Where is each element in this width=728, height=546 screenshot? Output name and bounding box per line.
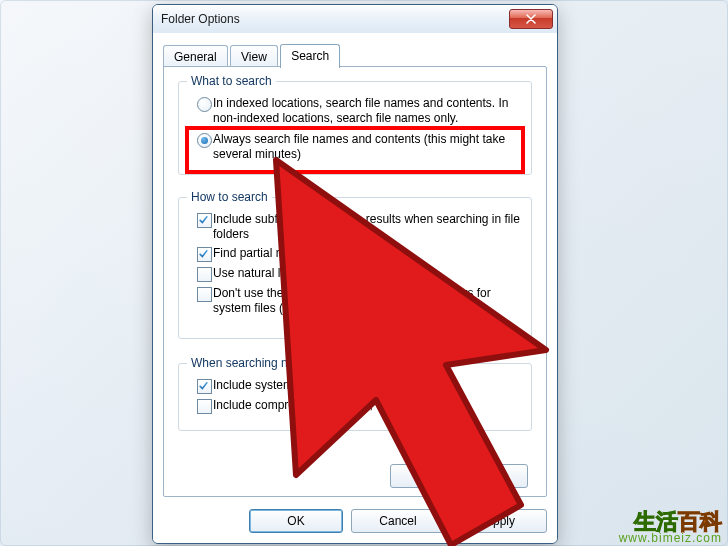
tab-general[interactable]: General	[163, 45, 228, 68]
checkbox-label: Include system directories	[213, 378, 521, 393]
tabpanel-search: What to search In indexed locations, sea…	[163, 66, 547, 497]
checkbox-label: Don't use the index when searching in fi…	[213, 286, 521, 316]
dialog-button-row: OK Cancel Apply	[249, 509, 547, 533]
radio-icon	[197, 97, 212, 112]
button-label: Restore Defaults	[414, 469, 503, 483]
watermark: 生活百科 www.bimeiz.com	[619, 514, 722, 546]
radio-icon	[197, 133, 212, 148]
checkbox-label: Use natural language search	[213, 266, 521, 281]
close-icon	[526, 14, 536, 24]
cancel-button[interactable]: Cancel	[351, 509, 445, 533]
group-legend: What to search	[187, 74, 276, 88]
restore-defaults-button[interactable]: Restore Defaults	[390, 464, 528, 488]
chk-include-system-dirs[interactable]: Include system directories	[197, 378, 521, 397]
checkbox-icon	[197, 399, 212, 414]
checkbox-icon	[197, 213, 212, 228]
close-button[interactable]	[509, 9, 553, 29]
checkbox-label: Include compressed files (ZIP, CAB...)	[213, 398, 521, 413]
folder-options-dialog: Folder Options General View Search What …	[152, 4, 558, 544]
button-label: OK	[287, 514, 304, 528]
chk-include-subfolders[interactable]: Include subfolders in search results whe…	[197, 212, 521, 242]
group-legend: How to search	[187, 190, 272, 204]
client-area: General View Search What to search In in…	[153, 33, 557, 543]
button-label: Apply	[485, 514, 515, 528]
tab-search[interactable]: Search	[280, 44, 340, 68]
chk-dont-use-index[interactable]: Don't use the index when searching in fi…	[197, 286, 521, 316]
checkbox-icon	[197, 267, 212, 282]
chk-natural-language[interactable]: Use natural language search	[197, 266, 521, 285]
button-label: Cancel	[379, 514, 416, 528]
window-title: Folder Options	[161, 12, 509, 26]
tab-view[interactable]: View	[230, 45, 278, 68]
radio-always-search-contents[interactable]: Always search file names and contents (t…	[197, 132, 521, 162]
titlebar[interactable]: Folder Options	[153, 5, 557, 34]
chk-include-compressed[interactable]: Include compressed files (ZIP, CAB...)	[197, 398, 521, 417]
checkbox-label: Include subfolders in search results whe…	[213, 212, 521, 242]
chk-partial-matches[interactable]: Find partial matches	[197, 246, 521, 265]
group-legend: When searching non-indexed locations	[187, 356, 402, 370]
tabstrip: General View Search	[163, 43, 547, 67]
checkbox-icon	[197, 379, 212, 394]
watermark-url: www.bimeiz.com	[619, 530, 722, 546]
radio-label: Always search file names and contents (t…	[213, 132, 521, 162]
group-how-to-search: How to search Include subfolders in sear…	[178, 197, 532, 339]
checkbox-label: Find partial matches	[213, 246, 521, 261]
radio-label: In indexed locations, search file names …	[213, 96, 521, 126]
group-what-to-search: What to search In indexed locations, sea…	[178, 81, 532, 175]
checkbox-icon	[197, 247, 212, 262]
radio-indexed-locations[interactable]: In indexed locations, search file names …	[197, 96, 521, 126]
group-non-indexed: When searching non-indexed locations Inc…	[178, 363, 532, 431]
checkbox-icon	[197, 287, 212, 302]
ok-button[interactable]: OK	[249, 509, 343, 533]
watermark-text: 生活百科	[619, 514, 722, 530]
apply-button[interactable]: Apply	[453, 509, 547, 533]
